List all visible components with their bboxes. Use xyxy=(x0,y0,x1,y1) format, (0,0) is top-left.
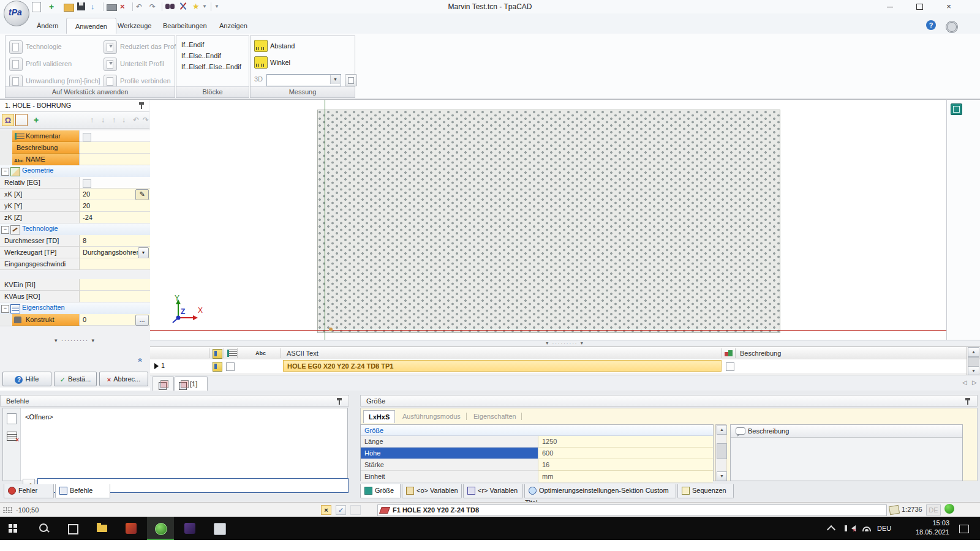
undo-icon[interactable]: ↶ xyxy=(136,2,146,12)
new-command-icon[interactable] xyxy=(7,413,17,424)
collapse-icon[interactable]: − xyxy=(1,305,9,313)
move-down-icon[interactable]: ↓ xyxy=(97,114,109,126)
view-tab-overall[interactable] xyxy=(152,377,174,391)
gear-icon[interactable] xyxy=(946,21,958,33)
laenge-label[interactable]: Länge xyxy=(361,436,538,448)
chevron-down-icon[interactable]: ▼ xyxy=(138,247,149,258)
yk-label[interactable]: yK [Y] xyxy=(0,200,80,212)
kvaus-label[interactable]: KVAus [RO] xyxy=(0,291,80,302)
toolbar-options-caret-icon[interactable]: ▼ xyxy=(214,2,225,12)
zk-value[interactable]: -24 xyxy=(80,212,150,223)
einheit-value[interactable]: mm xyxy=(538,471,713,482)
eingang-value[interactable] xyxy=(80,258,150,270)
scroll-down-icon[interactable]: ▼ xyxy=(717,471,727,481)
tab-befehle[interactable]: Befehle xyxy=(55,484,110,498)
kommentar-checkbox[interactable] xyxy=(83,133,91,141)
tab-groesse[interactable]: Größe xyxy=(360,484,401,498)
omega-parametric-icon[interactable]: Ω xyxy=(2,114,14,126)
collapse-icon[interactable]: − xyxy=(1,168,9,176)
minimize-button[interactable] xyxy=(876,0,904,13)
add-icon[interactable]: + xyxy=(49,2,59,12)
group-row-eigenschaften[interactable]: − Eigenschaften xyxy=(0,302,150,315)
splitter-handle[interactable]: ▾ ········· ▾ xyxy=(0,337,150,343)
durchmesser-value[interactable]: 8 xyxy=(80,235,150,247)
staerke-label[interactable]: Stärke xyxy=(361,459,538,471)
xk-label[interactable]: xK [X] xyxy=(0,189,80,200)
table-view-icon[interactable] xyxy=(15,114,28,126)
save-icon[interactable] xyxy=(77,2,88,12)
tab-bearbeitungen[interactable]: Bearbeitungen xyxy=(154,18,216,34)
tab-eigenschaften[interactable]: Eigenschaften xyxy=(469,410,521,422)
chevron-down-icon[interactable]: ▼ xyxy=(330,75,340,84)
collapse-chevron-icon[interactable]: « xyxy=(137,358,145,362)
reduziert-profil-button[interactable]: Reduziert das Profil xyxy=(104,40,173,54)
snap-icon[interactable]: ✓ xyxy=(336,505,346,515)
durchmesser-label[interactable]: Durchmesser [TD] xyxy=(0,235,80,247)
winkel-icon[interactable] xyxy=(254,56,268,69)
relativ-value[interactable] xyxy=(80,177,150,189)
tab-werkzeuge[interactable]: Werkzeuge xyxy=(109,18,160,34)
winkel-button[interactable]: Winkel xyxy=(270,59,290,66)
measure-3d-select[interactable]: ▼ xyxy=(266,74,341,86)
file-explorer-button[interactable] xyxy=(88,517,115,540)
pinned-app-button[interactable] xyxy=(118,517,145,540)
kvein-value[interactable] xyxy=(80,279,150,291)
program-row[interactable]: 1 HOLE EG0 X20 Y20 Z-24 TD8 TP1 xyxy=(150,359,980,373)
hoehe-label[interactable]: Höhe xyxy=(361,448,538,459)
group-row-geometrie[interactable]: − Geometrie xyxy=(0,165,150,178)
staerke-value[interactable]: 16 xyxy=(538,459,713,471)
speaker-icon[interactable]: × xyxy=(851,525,856,531)
drawing-canvas[interactable]: Y X Z xyxy=(150,99,946,340)
konstrukt-label[interactable]: Konstrukt xyxy=(12,314,80,326)
abbrechen-button[interactable]: ×Abbrec... xyxy=(99,372,148,386)
technologie-button[interactable]: Technologie xyxy=(9,40,101,54)
open-command-item[interactable]: <Öffnen> xyxy=(25,413,53,421)
kvein-label[interactable]: KVEin [RI] xyxy=(0,279,80,291)
clock-time[interactable]: 15:03 xyxy=(913,519,949,527)
restore-button[interactable] xyxy=(905,0,933,13)
workpiece-panel[interactable] xyxy=(317,110,780,333)
werkzeugart-value[interactable]: Durchgangsbohrer ▼ xyxy=(80,247,150,258)
ascii-code-cell[interactable]: HOLE EG0 X20 Y20 Z-24 TD8 TP1 xyxy=(283,360,722,372)
einheit-label[interactable]: Einheit xyxy=(361,471,538,482)
if-elseif-else-endif-button[interactable]: If..Elself..Else..Endif xyxy=(181,63,241,70)
selected-hole-marker[interactable] xyxy=(329,328,333,331)
xk-value[interactable]: 20 ✎ xyxy=(80,189,150,200)
description-checkbox[interactable] xyxy=(726,362,734,371)
import-icon[interactable]: ↓ xyxy=(91,2,101,12)
unterteilt-profil-button[interactable]: Unterteilt Profil xyxy=(104,58,173,71)
pinned-app-button[interactable] xyxy=(206,517,233,540)
yk-value[interactable]: 20 xyxy=(80,200,150,212)
tab-ausfuehrungsmodus[interactable]: Ausführungsmodus xyxy=(398,410,466,422)
print-icon[interactable] xyxy=(107,2,117,12)
hilfe-button[interactable]: ?Hilfe xyxy=(2,372,51,386)
name-value[interactable] xyxy=(80,154,150,165)
if-else-endif-button[interactable]: If..Else..Endif xyxy=(181,52,221,59)
werkzeugart-label[interactable]: Werkzeugart [TP] xyxy=(0,247,80,258)
sort-down-icon[interactable]: ↓ xyxy=(118,114,130,126)
hidden-icons-chevron[interactable] xyxy=(827,525,835,534)
zk-label[interactable]: zK [Z] xyxy=(0,212,80,223)
tab-sequenzen[interactable]: Sequenzen xyxy=(677,484,734,498)
close-button[interactable]: × xyxy=(935,0,963,13)
tpacad-taskbar-button[interactable] xyxy=(147,517,174,540)
start-button[interactable] xyxy=(0,517,27,540)
pin-icon[interactable] xyxy=(138,102,145,109)
kommentar-value[interactable] xyxy=(80,130,150,142)
relativ-label[interactable]: Relativ [EG] xyxy=(0,177,80,189)
tab-nav-right-icon[interactable]: ▷ xyxy=(972,379,977,386)
tools-icon[interactable] xyxy=(179,2,189,12)
abstand-icon[interactable] xyxy=(254,40,268,52)
help-icon[interactable]: ? xyxy=(926,20,936,30)
tab-optimierungseinstellungen[interactable]: Optimierungseinstellungen-Sektion Custom… xyxy=(524,484,676,498)
vertical-scrollbar[interactable]: ▲ ▼ xyxy=(967,347,979,375)
redo-icon[interactable]: ↷ xyxy=(149,2,160,12)
kvaus-value[interactable] xyxy=(80,291,150,302)
pinned-app-button[interactable] xyxy=(176,517,203,540)
new-file-icon[interactable] xyxy=(32,2,42,12)
kommentar-label[interactable]: Kommentar xyxy=(12,130,80,142)
scroll-up-icon[interactable]: ▲ xyxy=(717,425,727,435)
keyboard-language[interactable]: DEU xyxy=(877,525,891,532)
laenge-value[interactable]: 1250 xyxy=(538,436,713,448)
favorites-star-icon[interactable]: ★ xyxy=(192,2,203,12)
